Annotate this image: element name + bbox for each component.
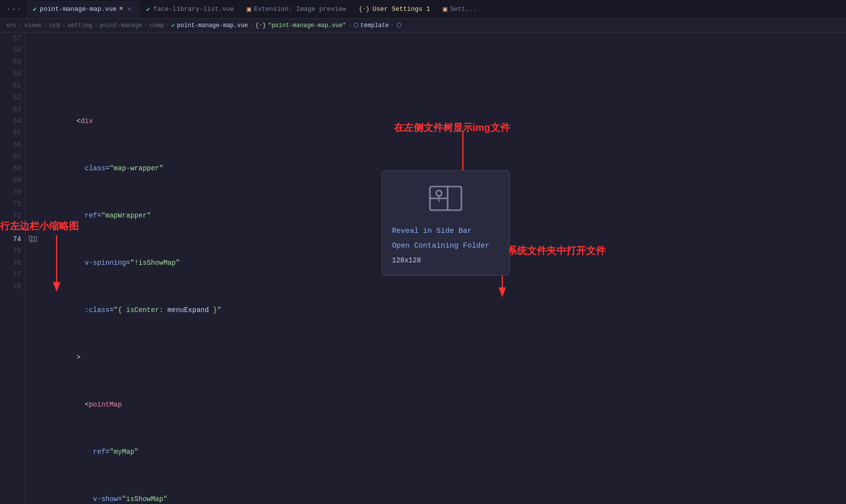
sep: › xyxy=(250,22,253,29)
vue-icon: ✔ xyxy=(33,5,36,13)
code-line-63: > xyxy=(43,351,846,363)
tab-face-library-list[interactable]: ✔ face-library-list.vue xyxy=(140,1,240,18)
tab-label: User Settings 1 xyxy=(372,5,430,13)
line-num-65: 65 xyxy=(4,127,21,139)
sep: › xyxy=(144,22,148,29)
tab-modified-indicator: M xyxy=(120,6,123,12)
tab-label: Sett... xyxy=(450,5,477,13)
svg-point-3 xyxy=(436,190,442,196)
line-num-59: 59 xyxy=(4,56,21,68)
breadcrumb-ccb[interactable]: ccb xyxy=(49,22,60,29)
sep: › xyxy=(19,22,22,29)
ext-icon: ▣ xyxy=(247,5,251,13)
gutter xyxy=(26,32,39,504)
breadcrumb-views[interactable]: views xyxy=(24,22,42,29)
sep: › xyxy=(390,22,394,29)
sep: › xyxy=(94,22,98,29)
sep: › xyxy=(62,22,65,29)
line-num-57: 57 xyxy=(4,32,21,44)
line-num-74: 74 xyxy=(4,233,21,245)
breadcrumb-file[interactable]: point-manage-map.vue xyxy=(177,22,248,29)
breadcrumb-template-icon: ⬡ xyxy=(354,22,358,29)
line-num-61: 61 xyxy=(4,80,21,92)
ext-icon: ▣ xyxy=(443,5,447,13)
line-num-70: 70 xyxy=(4,186,21,198)
breadcrumb-vue-icon: ✔ xyxy=(171,22,175,29)
breadcrumb-src[interactable]: src xyxy=(6,22,17,29)
reveal-in-sidebar-item[interactable]: Reveal in Side Bar xyxy=(390,224,501,239)
annotation-reveal-label: 在左侧文件树显示img文件 xyxy=(394,121,510,134)
popup-map-icon xyxy=(426,179,465,218)
sep: › xyxy=(166,22,169,29)
tab-point-manage-map[interactable]: ✔ point-manage-map.vue M ✕ xyxy=(27,1,139,18)
tab-settings-extra[interactable]: ▣ Sett... xyxy=(437,1,483,18)
line-num-75: 75 xyxy=(4,245,21,257)
tab-extension-image-preview[interactable]: ▣ Extension: Image preview xyxy=(241,1,352,18)
image-size-label: 128x128 xyxy=(390,253,501,267)
more-tabs-button[interactable]: ··· xyxy=(2,4,26,14)
line-num-78: 78 xyxy=(4,281,21,292)
vue-icon: ✔ xyxy=(146,5,150,13)
breadcrumb-point-manage[interactable]: point-manage xyxy=(99,22,142,29)
code-line-66: v-show="isShowMap" xyxy=(43,493,846,504)
open-containing-folder-item[interactable]: Open Containing Folder xyxy=(390,239,501,253)
tab-bar: ··· ✔ point-manage-map.vue M ✕ ✔ face-li… xyxy=(0,0,846,19)
breadcrumb-section[interactable]: "point-manage-map.vue" xyxy=(268,22,346,29)
code-line-64: <pointMap xyxy=(43,399,846,410)
line-num-77: 77 xyxy=(4,269,21,281)
tab-label: face-library-list.vue xyxy=(153,5,234,13)
line-num-62: 62 xyxy=(4,92,21,103)
code-line-65: ref="myMap" xyxy=(43,446,846,458)
line-num-69: 69 xyxy=(4,174,21,186)
line-num-63: 63 xyxy=(4,103,21,115)
image-preview-popup: Reveal in Side Bar Open Containing Folde… xyxy=(382,170,510,276)
line-numbers: 57 58 59 60 61 62 63 64 65 66 67 68 69 7… xyxy=(0,32,26,504)
line-num-68: 68 xyxy=(4,162,21,174)
tab-label: Extension: Image preview xyxy=(254,5,346,13)
tab-user-settings[interactable]: {·} User Settings 1 xyxy=(353,1,436,18)
breadcrumb: src › views › ccb › setting › point-mana… xyxy=(0,19,846,32)
editor-area: 57 58 59 60 61 62 63 64 65 66 67 68 69 7… xyxy=(0,32,846,504)
breadcrumb-bracket: {·} xyxy=(256,22,266,29)
sep: › xyxy=(348,22,352,29)
line-num-60: 60 xyxy=(4,68,21,80)
code-line-57 xyxy=(43,68,846,80)
breadcrumb-setting[interactable]: setting xyxy=(67,22,92,29)
breadcrumb-comp[interactable]: comp xyxy=(150,22,164,29)
settings-icon: {·} xyxy=(359,6,370,13)
line-num-76: 76 xyxy=(4,257,21,269)
gutter-map-icon xyxy=(28,233,38,244)
line-num-71: 71 xyxy=(4,198,21,210)
tab-close-button[interactable]: ✕ xyxy=(126,5,133,13)
line-num-58: 58 xyxy=(4,44,21,56)
line-num-64: 64 xyxy=(4,115,21,127)
breadcrumb-end-icon: ⬡ xyxy=(396,22,401,29)
code-line-62: :class="{ isCenter: menuExpand }" xyxy=(43,304,846,316)
line-num-66: 66 xyxy=(4,139,21,151)
annotation-gutter-thumbnail-label: 行左边栏小缩略图 xyxy=(0,220,79,233)
tab-label: point-manage-map.vue xyxy=(40,5,117,13)
annotation-open-folder-label: 在系统文件夹中打开文件 xyxy=(497,244,606,257)
sep: › xyxy=(44,22,47,29)
breadcrumb-template[interactable]: template xyxy=(360,22,389,29)
line-num-67: 67 xyxy=(4,151,21,162)
